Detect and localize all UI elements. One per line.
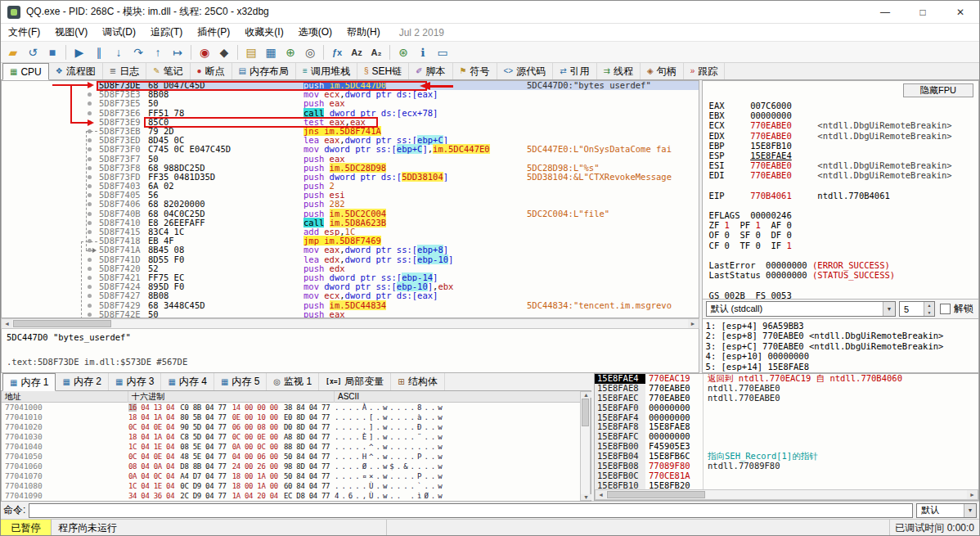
disasm-row[interactable]: 5D8F74278B08mov ecx,dword ptr ds:[eax] bbox=[2, 291, 699, 300]
info-icon[interactable]: ℹ bbox=[413, 43, 433, 61]
dropdown-arrow-icon[interactable]: ▼ bbox=[964, 504, 976, 517]
breakpoint-dot-icon[interactable] bbox=[88, 294, 92, 298]
scroll-track[interactable] bbox=[12, 319, 688, 328]
disasm-row[interactable]: 5D8F740668 82020000push 282 bbox=[2, 200, 699, 209]
tab-dump-5[interactable]: ▦内存 5 bbox=[214, 373, 267, 390]
dump-row[interactable]: 7704100016 04 13 04C0 8B 04 7714 00 00 0… bbox=[2, 403, 580, 412]
tab-trace[interactable]: »跟踪 bbox=[684, 63, 726, 79]
tab-seh[interactable]: §SEH链 bbox=[357, 63, 409, 79]
breakpoint-dot-icon[interactable] bbox=[88, 313, 92, 317]
tab-dump-4[interactable]: ▦内存 4 bbox=[161, 373, 214, 390]
breakpoint-dot-icon[interactable] bbox=[88, 175, 92, 179]
scroll-right-icon[interactable]: ► bbox=[967, 490, 978, 499]
close-button[interactable]: ✕ bbox=[942, 1, 979, 24]
register-row[interactable] bbox=[709, 181, 978, 191]
register-row[interactable]: OF 0 SF 0 DF 0 bbox=[709, 230, 978, 240]
breakpoint-dot-icon[interactable] bbox=[88, 285, 92, 289]
scroll-track[interactable] bbox=[606, 490, 967, 499]
maximize-button[interactable]: □ bbox=[904, 1, 942, 24]
text-size-icon[interactable]: A₂ bbox=[366, 43, 386, 61]
stack-row[interactable]: 15E8FAEC770EABE0ntdll.770EABE0 bbox=[595, 394, 978, 403]
register-row[interactable] bbox=[709, 280, 978, 290]
register-row[interactable]: ZF 1 PF 1 AF 0 bbox=[709, 220, 978, 230]
breakpoint-dot-icon[interactable] bbox=[88, 184, 92, 188]
menu-item[interactable]: 插件(P) bbox=[190, 24, 237, 41]
register-row[interactable]: EIP 770B4061 ntdll.770B4061 bbox=[709, 191, 978, 200]
scroll-up-icon[interactable]: ▲ bbox=[581, 392, 591, 398]
register-row[interactable]: EDX 770EABE0 <ntdll.DbgUiRemoteBreakin> bbox=[709, 131, 978, 141]
register-row[interactable] bbox=[709, 250, 978, 260]
dump-row[interactable]: 770410700A 04 0C 04A4 D7 04 7718 00 1A 0… bbox=[2, 471, 580, 481]
menu-item[interactable]: 调试(D) bbox=[95, 24, 143, 41]
breakpoint-dot-icon[interactable] bbox=[88, 157, 92, 161]
breakpoint-icon[interactable]: ◉ bbox=[195, 43, 214, 61]
scroll-thumb[interactable] bbox=[13, 320, 111, 327]
patch-icon[interactable]: ⊕ bbox=[281, 43, 300, 61]
stack-row[interactable]: 15E8FAE8770EABE0ntdll.770EABE0 bbox=[595, 384, 978, 394]
disasm-row[interactable]: 5D8F73F0C745 0C E047C45Dmov dword ptr ss… bbox=[2, 145, 699, 154]
disasm-row[interactable]: 5D8F742968 3448C45Dpush im.5DC448345DC44… bbox=[2, 301, 699, 310]
register-row[interactable]: EFLAGS 00000246 bbox=[709, 210, 978, 220]
menu-item[interactable]: 帮助(H) bbox=[339, 24, 388, 41]
dump-row[interactable]: 7704101018 04 1A 0480 5B 04 770E 00 10 0… bbox=[2, 412, 580, 422]
scroll-right-icon[interactable]: ► bbox=[688, 319, 699, 328]
tab-struct[interactable]: ⊞结构体 bbox=[391, 373, 444, 390]
argument-row[interactable]: 1: [esp+4] 96A59BB3 bbox=[706, 321, 975, 331]
tab-notes[interactable]: ✎笔记 bbox=[146, 63, 190, 79]
scroll-down-icon[interactable]: ▼ bbox=[581, 494, 591, 500]
menu-item[interactable]: 收藏夹(I) bbox=[237, 24, 290, 41]
breakpoint-dot-icon[interactable] bbox=[88, 138, 92, 142]
breakpoint-dot-icon[interactable] bbox=[88, 166, 92, 170]
command-input[interactable] bbox=[29, 503, 913, 518]
tab-dump-2[interactable]: ▦内存 2 bbox=[56, 373, 108, 390]
stack-row[interactable]: 15E8FB1015E8FB20 bbox=[595, 481, 978, 489]
stack-hscrollbar[interactable]: ◄ ► bbox=[595, 489, 978, 500]
dump-vscrollbar[interactable]: ▲ ▼ bbox=[580, 391, 591, 501]
step-over-icon[interactable]: ↷ bbox=[128, 43, 148, 61]
breakpoint-dot-icon[interactable] bbox=[88, 202, 92, 206]
tab-memory-map[interactable]: ▤内存布局 bbox=[232, 63, 296, 79]
tab-call-stack[interactable]: ≡调用堆栈 bbox=[296, 63, 357, 79]
register-row[interactable]: EDI 770EABE0 <ntdll.DbgUiRemoteBreakin> bbox=[709, 170, 978, 180]
checkbox-icon[interactable] bbox=[940, 304, 951, 314]
command-profile-select[interactable]: 默认 ▼ bbox=[916, 503, 977, 518]
settings-icon[interactable]: ⊛ bbox=[393, 43, 413, 61]
dump-row[interactable]: 770410801C 04 1E 040C D9 04 7718 00 1A 0… bbox=[2, 481, 580, 491]
breakpoint-dot-icon[interactable] bbox=[88, 129, 92, 133]
step-out-icon[interactable]: ↑ bbox=[148, 43, 168, 61]
menu-item[interactable]: 追踪(T) bbox=[143, 24, 190, 41]
breakpoint-dot-icon[interactable] bbox=[88, 248, 92, 252]
stop-icon[interactable]: ■ bbox=[43, 43, 62, 61]
register-row[interactable] bbox=[709, 200, 978, 210]
breakpoint-dot-icon[interactable] bbox=[88, 212, 92, 216]
argument-row[interactable]: 3: [esp+C] 770EABE0 <ntdll.DbgUiRemoteBr… bbox=[706, 341, 975, 351]
register-row[interactable]: EAX 007C6000 bbox=[709, 101, 978, 110]
breakpoint-dot-icon[interactable] bbox=[88, 147, 92, 151]
tab-locals[interactable]: [x=]局部变量 bbox=[319, 373, 391, 390]
step-into-icon[interactable]: ↓ bbox=[109, 43, 128, 61]
register-row[interactable]: CF 0 TF 0 IF 1 bbox=[709, 241, 978, 250]
tab-threads[interactable]: ⇉线程 bbox=[597, 63, 641, 79]
dropdown-arrow-icon[interactable]: ▼ bbox=[883, 302, 895, 316]
trace-record-icon[interactable]: ◆ bbox=[214, 43, 234, 61]
display-icon[interactable]: ▭ bbox=[433, 43, 452, 61]
argument-row[interactable]: 4: [esp+10] 00000000 bbox=[706, 351, 975, 361]
scroll-thumb[interactable] bbox=[582, 399, 589, 426]
stack-row[interactable]: 15E8FAF000000000 bbox=[595, 403, 978, 413]
register-row[interactable]: ESP 15E8FAE4 bbox=[709, 151, 978, 160]
tab-symbols[interactable]: ⚑符号 bbox=[453, 63, 497, 79]
menu-item[interactable]: 视图(V) bbox=[47, 24, 95, 41]
tab-breakpoints[interactable]: ●断点 bbox=[191, 63, 232, 79]
tab-references[interactable]: ⇄引用 bbox=[553, 63, 596, 79]
register-row[interactable]: LastError 00000000 (ERROR_SUCCESS) bbox=[709, 260, 978, 270]
dump-row[interactable]: 770410500C 04 0E 0448 5E 04 7704 00 06 0… bbox=[2, 452, 580, 462]
breakpoint-dot-icon[interactable] bbox=[88, 111, 92, 115]
disasm-row[interactable]: 5D8F73F750push eax bbox=[2, 155, 699, 164]
watch-icon[interactable]: ◎ bbox=[300, 43, 320, 61]
minimize-button[interactable]: — bbox=[866, 1, 904, 24]
register-row[interactable]: EBP 15E8FB10 bbox=[709, 141, 978, 151]
breakpoint-dot-icon[interactable] bbox=[88, 83, 92, 88]
breakpoint-dot-icon[interactable] bbox=[88, 304, 92, 308]
tab-source[interactable]: <>源代码 bbox=[497, 63, 554, 79]
hide-fpu-button[interactable]: 隐藏FPU bbox=[903, 83, 973, 97]
